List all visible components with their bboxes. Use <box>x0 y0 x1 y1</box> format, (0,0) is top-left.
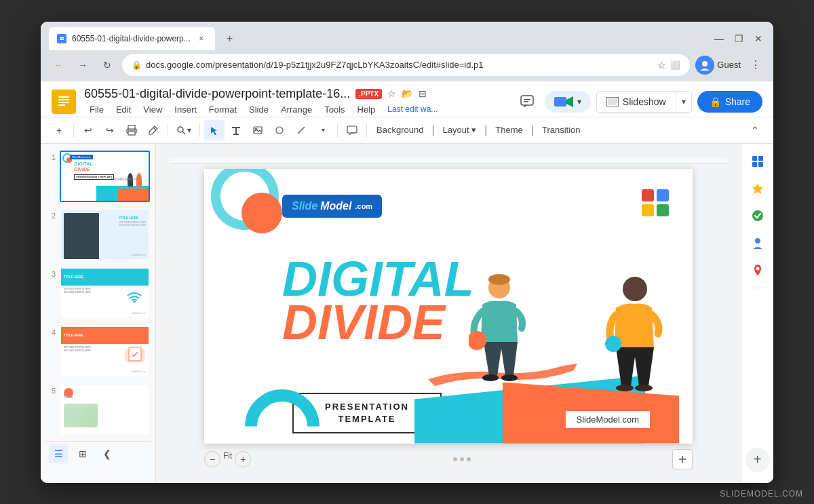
star-button[interactable]: ☆ <box>387 88 396 99</box>
more-tools-dropdown[interactable]: ▾ <box>313 120 333 140</box>
paint-button[interactable] <box>143 120 163 140</box>
redo-button[interactable]: ↪ <box>100 120 120 140</box>
toolbar-sep-2 <box>168 123 168 137</box>
forward-button[interactable]: → <box>73 56 92 75</box>
address-bar[interactable]: 🔒 docs.google.com/presentation/d/19-p5z1… <box>122 54 690 76</box>
menu-edit[interactable]: Edit <box>111 102 136 117</box>
toolbar-sep-4 <box>337 123 338 137</box>
svg-rect-1 <box>60 37 64 39</box>
svg-rect-43 <box>657 189 669 201</box>
close-button[interactable]: ✕ <box>754 33 762 44</box>
slide-img-3[interactable]: TITLE HERE KEY SLIDE SUBTITLE HEREKEY SL… <box>60 267 150 319</box>
svg-point-62 <box>752 210 763 221</box>
add-button[interactable]: + <box>49 120 69 140</box>
slide-thumb-4[interactable]: 4 TITLE HERE KEY SLIDE SUBTITLE HEREKEY … <box>45 324 151 379</box>
theme-button[interactable]: Theme <box>490 122 528 138</box>
menu-help[interactable]: Help <box>352 102 381 117</box>
svg-rect-24 <box>254 127 262 134</box>
add-slide-button[interactable] <box>672 449 693 469</box>
line-tool-button[interactable] <box>291 120 311 140</box>
new-tab-button[interactable]: + <box>220 29 239 48</box>
slide-thumb-3[interactable]: 3 TITLE HERE KEY SLIDE SUBTITLE HEREKEY … <box>45 266 151 320</box>
slide-img-inner-3: TITLE HERE KEY SLIDE SUBTITLE HEREKEY SL… <box>61 269 149 317</box>
refresh-button[interactable]: ↻ <box>98 56 117 75</box>
menu-slide[interactable]: Slide <box>244 102 274 117</box>
menu-view[interactable]: View <box>138 102 168 117</box>
profile-avatar <box>695 56 714 75</box>
svg-rect-5 <box>58 96 69 98</box>
zoom-fit-button[interactable]: Fit <box>223 451 232 467</box>
layout-button[interactable]: Layout ▾ <box>438 122 482 138</box>
slideshow-button[interactable]: Slideshow ▾ <box>596 91 692 113</box>
slide-canvas: SlideModel.com DIGITAL <box>204 169 693 444</box>
menu-tools[interactable]: Tools <box>319 102 350 117</box>
slideshow-dropdown-button[interactable]: ▾ <box>676 92 691 111</box>
browser-menu-button[interactable]: ⋮ <box>746 56 765 75</box>
sidebar-maps-icon[interactable] <box>745 258 770 282</box>
folder-button[interactable]: 📂 <box>402 88 413 99</box>
sidebar-grid-icon[interactable] <box>745 149 770 174</box>
presentation-button[interactable]: ⊟ <box>419 88 427 99</box>
svg-rect-12 <box>554 97 566 106</box>
minimize-button[interactable]: — <box>714 33 724 44</box>
svg-point-29 <box>133 301 136 303</box>
transition-label: Transition <box>542 125 581 135</box>
svg-rect-28 <box>347 126 357 133</box>
maximize-button[interactable]: ❐ <box>735 33 743 44</box>
slide-thumb-1[interactable]: 1 SlideModel.com DIGITAL DIVIDE PRESENTA… <box>45 149 151 203</box>
comment-button[interactable] <box>342 120 362 140</box>
slide-subtitle: PRESENTATIONTEMPLATE <box>303 401 431 425</box>
browser-chrome: 60555-01-digital-divide-powerp... × + — … <box>41 22 773 81</box>
zoom-dropdown[interactable]: ▾ <box>172 123 195 137</box>
meet-button[interactable]: ▾ <box>545 91 591 113</box>
image-tool-button[interactable] <box>248 120 268 140</box>
sidebar-user-icon[interactable] <box>745 231 770 255</box>
menu-insert[interactable]: Insert <box>169 102 202 117</box>
share-button[interactable]: 🔒 Share <box>697 91 762 113</box>
svg-rect-23 <box>233 134 239 135</box>
select-tool-button[interactable] <box>204 120 225 140</box>
sidebar-add-button[interactable]: + <box>745 448 770 472</box>
chat-button[interactable] <box>515 90 539 114</box>
grid-view-button[interactable]: ⊞ <box>73 444 92 463</box>
active-tab[interactable]: 60555-01-digital-divide-powerp... × <box>49 27 215 50</box>
browser-window: 60555-01-digital-divide-powerp... × + — … <box>41 22 773 483</box>
profile-button[interactable]: Guest <box>695 56 741 75</box>
slide-panel: 1 SlideModel.com DIGITAL DIVIDE PRESENTA… <box>41 144 156 483</box>
zoom-level-display: ▾ <box>187 125 191 135</box>
slide-thumb-5[interactable]: 5 TITLE <box>45 383 151 437</box>
transition-button[interactable]: Transition <box>537 122 586 138</box>
tab-close-button[interactable]: × <box>196 33 207 44</box>
slide-img-1[interactable]: SlideModel.com DIGITAL DIVIDE PRESENTATI… <box>60 151 150 202</box>
text-tool-button[interactable] <box>226 120 246 140</box>
menu-file[interactable]: File <box>84 102 109 117</box>
zoom-in-button[interactable]: + <box>235 451 251 467</box>
collapse-panel-button[interactable]: ❮ <box>98 444 117 463</box>
menu-format[interactable]: Format <box>204 102 242 117</box>
print-button[interactable] <box>121 120 142 140</box>
slide-img-4[interactable]: TITLE HERE KEY SLIDE SUBTITLE HEREKEY SL… <box>60 326 150 377</box>
svg-rect-60 <box>758 162 763 167</box>
slide-num-3: 3 <box>46 270 56 278</box>
back-button[interactable]: ← <box>49 56 68 75</box>
zoom-out-button[interactable]: − <box>204 451 220 467</box>
slideshow-main[interactable]: Slideshow <box>597 92 676 112</box>
page-watermark: SLIDEMODEL.COM <box>720 489 803 499</box>
undo-button[interactable]: ↩ <box>78 120 98 140</box>
list-view-button[interactable]: ☰ <box>49 444 68 463</box>
background-button[interactable]: Background <box>371 122 429 138</box>
sidebar-star-icon[interactable] <box>745 176 770 201</box>
slide-img-5[interactable]: TITLE <box>60 384 150 435</box>
menu-arrange[interactable]: Arrange <box>275 102 317 117</box>
shape-tool-button[interactable] <box>269 120 290 140</box>
svg-point-50 <box>501 374 518 381</box>
collapse-toolbar-button[interactable]: ⌃ <box>745 120 765 140</box>
slide-num-1: 1 <box>46 153 56 161</box>
slide-img-2[interactable]: TITLE HERE KEY SLIDE SUBTITLE HEREKEY SL… <box>60 209 150 260</box>
present-tab-icon[interactable]: ⬜ <box>670 60 680 70</box>
slide-thumb-2[interactable]: 2 TITLE HERE KEY SLIDE SUBTITLE HEREKEY … <box>45 208 151 262</box>
background-label: Background <box>376 125 423 135</box>
bookmark-icon[interactable]: ☆ <box>657 60 666 71</box>
sidebar-check-icon[interactable] <box>745 203 770 228</box>
svg-rect-2 <box>60 39 64 40</box>
